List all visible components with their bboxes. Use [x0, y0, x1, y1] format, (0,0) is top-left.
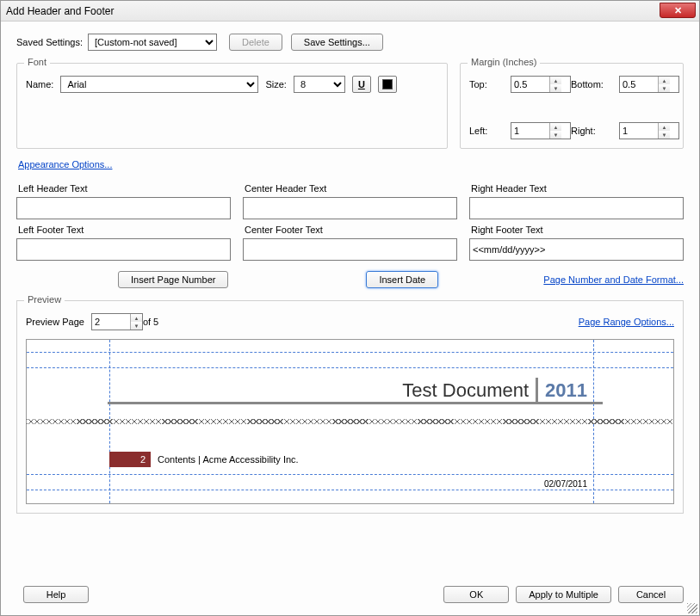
preview-page-number: 2 [109, 452, 151, 467]
title-underline [108, 402, 603, 404]
center-header-label: Center Header Text [245, 183, 457, 194]
left-header-label: Left Header Text [18, 183, 231, 194]
spinner-up-icon[interactable]: ▲ [659, 123, 670, 131]
window-close-button[interactable]: ✕ [660, 3, 696, 18]
preview-page-label: Preview Page [26, 317, 84, 327]
color-swatch-icon [382, 79, 393, 89]
dialog-button-bar: Help OK Apply to Multiple Cancel [1, 577, 699, 615]
margin-top-input[interactable]: ▲▼ [511, 76, 571, 93]
margin-legend: Margin (Inches) [468, 57, 540, 67]
cancel-button[interactable]: Cancel [618, 586, 684, 603]
font-group: Font Name: Arial Size: 8 U [16, 63, 448, 149]
save-settings-button[interactable]: Save Settings... [291, 34, 383, 51]
left-footer-input[interactable] [16, 238, 231, 261]
help-button[interactable]: Help [23, 586, 89, 603]
preview-pages: Test Document 2011 2 Contents | Acme Acc… [26, 339, 674, 504]
dialog-window: Add Header and Footer ✕ Saved Settings: … [0, 0, 700, 616]
preview-doc-title: Test Document 2011 [402, 378, 587, 403]
ok-button[interactable]: OK [443, 586, 509, 603]
font-name-select[interactable]: Arial [60, 76, 258, 93]
margin-left-input[interactable]: ▲▼ [511, 122, 571, 139]
preview-contents-block: 2 Contents | Acme Accessibility Inc. [109, 452, 299, 467]
right-header-label: Right Header Text [471, 183, 684, 194]
font-name-label: Name: [26, 79, 53, 89]
insert-page-number-button[interactable]: Insert Page Number [118, 271, 228, 288]
spinner-down-icon[interactable]: ▼ [550, 84, 561, 92]
header-footer-grid: Left Header Text Left Footer Text Center… [16, 178, 684, 261]
preview-page-total: of 5 [143, 317, 158, 327]
underline-button[interactable]: U [352, 76, 371, 93]
preview-contents-text: Contents | Acme Accessibility Inc. [158, 454, 299, 465]
spinner-down-icon[interactable]: ▼ [659, 131, 670, 139]
underline-icon: U [358, 79, 365, 89]
window-title: Add Header and Footer [6, 5, 114, 17]
title-divider-icon [536, 378, 538, 403]
preview-legend: Preview [24, 294, 65, 305]
spinner-down-icon[interactable]: ▼ [131, 322, 142, 330]
spinner-up-icon[interactable]: ▲ [550, 123, 561, 131]
right-header-input[interactable] [469, 197, 684, 219]
dialog-content: Saved Settings: [Custom-not saved] Delet… [1, 22, 699, 521]
margin-right-input[interactable]: ▲▼ [619, 122, 679, 139]
font-size-select[interactable]: 8 [294, 76, 345, 93]
margin-bottom-label: Bottom: [571, 79, 619, 89]
apply-to-multiple-button[interactable]: Apply to Multiple [516, 586, 611, 603]
spinner-down-icon[interactable]: ▼ [550, 131, 561, 139]
preview-page-bottom: 2 Contents | Acme Accessibility Inc. 02/… [27, 424, 673, 503]
spinner-up-icon[interactable]: ▲ [550, 77, 561, 84]
spinner-down-icon[interactable]: ▼ [659, 84, 670, 92]
spinner-up-icon[interactable]: ▲ [659, 77, 670, 84]
preview-page-input[interactable]: ▲▼ [91, 313, 143, 330]
saved-settings-row: Saved Settings: [Custom-not saved] Delet… [16, 34, 684, 51]
font-color-button[interactable] [378, 76, 397, 93]
insert-row: Insert Page Number Insert Date Page Numb… [16, 271, 684, 288]
center-header-input[interactable] [243, 197, 457, 219]
preview-doc-year: 2011 [545, 379, 587, 402]
center-footer-input[interactable] [243, 238, 457, 261]
titlebar: Add Header and Footer ✕ [1, 1, 699, 22]
right-footer-label: Right Footer Text [471, 225, 684, 235]
preview-doc-title-text: Test Document [402, 379, 529, 402]
font-margin-row: Font Name: Arial Size: 8 U Margin (Inche… [16, 63, 684, 149]
saved-settings-select[interactable]: [Custom-not saved] [88, 34, 217, 51]
font-size-label: Size: [265, 79, 286, 89]
resize-grip-icon[interactable] [687, 603, 697, 613]
left-header-input[interactable] [16, 197, 231, 219]
saved-settings-label: Saved Settings: [16, 37, 83, 47]
margin-bottom-input[interactable]: ▲▼ [619, 76, 679, 93]
close-icon: ✕ [674, 5, 682, 16]
margin-right-label: Right: [571, 126, 619, 136]
appearance-options-link[interactable]: Appearance Options... [18, 159, 112, 169]
margin-left-label: Left: [469, 126, 511, 136]
font-legend: Font [24, 57, 50, 67]
spinner-up-icon[interactable]: ▲ [131, 314, 142, 322]
margin-group: Margin (Inches) Top: ▲▼ Bottom: ▲▼ Left:… [460, 63, 684, 149]
page-range-options-link[interactable]: Page Range Options... [579, 317, 674, 327]
preview-group: Preview Preview Page ▲▼ of 5 Page Range … [16, 300, 684, 514]
preview-date-stamp: 02/07/2011 [544, 479, 587, 489]
page-number-date-format-link[interactable]: Page Number and Date Format... [543, 274, 684, 285]
right-footer-input[interactable] [469, 238, 684, 261]
delete-button[interactable]: Delete [229, 34, 282, 51]
margin-top-label: Top: [469, 79, 511, 89]
preview-page-top: Test Document 2011 [27, 340, 673, 419]
center-footer-label: Center Footer Text [245, 225, 457, 235]
left-footer-label: Left Footer Text [18, 225, 231, 235]
insert-date-button[interactable]: Insert Date [366, 271, 438, 288]
